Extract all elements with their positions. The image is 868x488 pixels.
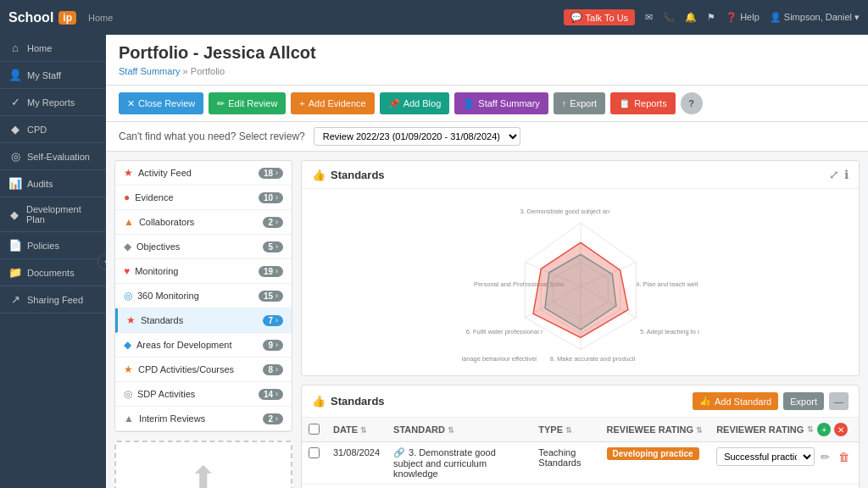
nav-item-left-collaborators: ▲ Collaborators [124, 216, 194, 228]
cell-type-1: Teaching Standards [531, 485, 599, 489]
edit-row-button-0[interactable]: ✏ [818, 450, 832, 464]
nav-badge-collaborators: 2 › [263, 217, 283, 228]
nav-item-areas-for-development[interactable]: ◆ Areas for Development 9 › [115, 333, 292, 358]
help-link[interactable]: ❓ Help [726, 12, 760, 23]
nav-item-objectives[interactable]: ◆ Objectives 5 › [115, 235, 292, 259]
nav-badge-sdp-activities: 14 › [259, 389, 283, 400]
select-all-checkbox[interactable] [309, 424, 320, 435]
export-button[interactable]: ↑ Export [554, 92, 605, 114]
reports-icon: 📋 [619, 98, 631, 109]
nav-label-360-monitoring: 360 Monitoring [137, 291, 199, 301]
info-chart-button[interactable]: ℹ [844, 168, 849, 181]
help-button[interactable]: ? [681, 92, 703, 114]
nav-count-evidence: 10 [264, 193, 273, 202]
nav-item-activity-feed[interactable]: ★ Activity Feed 18 › [115, 161, 292, 186]
row-checkbox-0[interactable] [309, 447, 320, 458]
sidebar-item-self-evaluation[interactable]: ◎Self-Evaluation [0, 143, 106, 170]
nav-item-sdp-activities[interactable]: ◎ SDP Activities 14 › [115, 382, 292, 407]
phone-icon[interactable]: 📞 [663, 12, 675, 23]
add-evidence-button[interactable]: + Add Evidence [291, 92, 374, 114]
nav-item-evidence[interactable]: ● Evidence 10 › [115, 186, 292, 210]
sidebar-item-cpd[interactable]: ◆CPD [0, 116, 106, 143]
chart-body: 3. Demonstrate good subject an Personal … [302, 189, 859, 375]
sidebar-item-my-staff[interactable]: 👤My Staff [0, 62, 106, 89]
nav-item-collaborators[interactable]: ▲ Collaborators 2 › [115, 210, 292, 235]
sidebar-item-documents[interactable]: 📁Documents [0, 259, 106, 286]
layout: ⌂Home👤My Staff✓My Reports◆CPD◎Self-Evalu… [0, 35, 868, 488]
main-content: Portfolio - Jessica Allcot Staff Summary… [106, 35, 868, 488]
sidebar: ⌂Home👤My Staff✓My Reports◆CPD◎Self-Evalu… [0, 35, 106, 488]
reviewer-rating-select-0[interactable]: Successful practice Developing practice … [716, 447, 815, 466]
envelope-icon[interactable]: ✉ [645, 12, 653, 23]
add-blog-button[interactable]: 📌 Add Blog [380, 92, 450, 114]
sidebar-item-sharing-feed[interactable]: ↗Sharing Feed [0, 286, 106, 313]
standards-table: DATE ⇅ STANDARD ⇅ TYPE ⇅ REVIEWEE RATING… [302, 418, 859, 488]
talk-to-us-button[interactable]: 💬 Talk To Us [564, 9, 636, 25]
sidebar-item-policies[interactable]: 📄Policies [0, 232, 106, 259]
sidebar-label-my-reports: My Reports [27, 97, 75, 108]
cell-checkbox-1 [302, 485, 326, 489]
nav-item-left-monitoring: ♥ Monitoring [124, 265, 178, 277]
delete-row-button-0[interactable]: 🗑 [836, 450, 852, 464]
sidebar-item-development-plan[interactable]: ◆Development Plan [0, 197, 106, 232]
add-reviewer-rating-button[interactable]: + [817, 423, 831, 436]
user-link[interactable]: 👤 Simpson, Daniel ▾ [770, 12, 860, 23]
flag-icon[interactable]: ⚑ [707, 12, 715, 23]
upload-area[interactable]: ⬆ Drop files here or click to upload. [114, 441, 292, 488]
add-standard-button[interactable]: 👍 Add Standard [693, 392, 778, 410]
nav-badge-360-monitoring: 15 › [259, 291, 283, 302]
nav-badge-interim-reviews: 2 › [263, 413, 283, 424]
nav-badge-monitoring: 19 › [259, 266, 283, 277]
expand-chart-button[interactable]: ⤢ [829, 168, 839, 181]
sidebar-label-home: Home [27, 43, 52, 53]
staff-summary-button[interactable]: 👤 Staff Summary [454, 92, 548, 114]
nav-arrow-interim-reviews: › [275, 414, 278, 423]
nav-icon-sdp-activities: ◎ [124, 388, 132, 400]
nav-arrow-evidence: › [275, 193, 278, 202]
nav-label-activity-feed: Activity Feed [138, 168, 192, 178]
nav-item-cpd-activities[interactable]: ★ CPD Activities/Courses 8 › [115, 358, 292, 382]
bell-icon[interactable]: 🔔 [685, 12, 697, 23]
sidebar-icon-self-evaluation: ◎ [8, 150, 22, 163]
nav-item-standards[interactable]: ★ Standards 7 › [115, 308, 292, 333]
nav-item-interim-reviews[interactable]: ▲ Interim Reviews 2 › [115, 407, 292, 431]
th-reviewee-rating: REVIEWEE RATING ⇅ [600, 418, 710, 442]
breadcrumb-staff-summary[interactable]: Staff Summary [119, 66, 181, 76]
reports-button[interactable]: 📋 Reports [610, 92, 676, 114]
top-nav: School ip Home 💬 Talk To Us ✉ 📞 🔔 ⚑ ❓ He… [0, 0, 868, 35]
nav-icon-areas-for-development: ◆ [124, 339, 131, 351]
nav-item-monitoring[interactable]: ♥ Monitoring 19 › [115, 259, 292, 284]
sidebar-item-home[interactable]: ⌂Home [0, 35, 106, 62]
table-panel-title: 👍 Standards [312, 395, 385, 408]
table-row: 31/08/2024 🔗3. Demonstrate good subject … [302, 442, 859, 485]
top-nav-brand: School ip Home [8, 10, 113, 25]
nav-count-sdp-activities: 14 [264, 390, 273, 399]
home-link[interactable]: Home [88, 13, 113, 23]
nav-item-left-sdp-activities: ◎ SDP Activities [124, 388, 195, 400]
nav-item-360-monitoring[interactable]: ◎ 360 Monitoring 15 › [115, 284, 292, 308]
nav-item-left-cpd-activities: ★ CPD Activities/Courses [124, 363, 234, 375]
nav-count-areas-for-development: 9 [268, 341, 273, 350]
nav-item-left-evidence: ● Evidence [124, 191, 174, 203]
nav-label-interim-reviews: Interim Reviews [139, 413, 205, 424]
svg-text:6. Fulfil wider professional r: 6. Fulfil wider professional r [465, 328, 542, 336]
edit-review-button[interactable]: ✏ Edit Review [209, 92, 286, 114]
more-options-button[interactable]: — [829, 392, 849, 410]
sidebar-icon-documents: 📁 [8, 266, 22, 279]
sidebar-item-audits[interactable]: 📊Audits [0, 170, 106, 197]
svg-text:3. Demonstrate good subject an: 3. Demonstrate good subject an [520, 208, 609, 215]
close-icon: ✕ [127, 98, 135, 109]
close-review-button[interactable]: ✕ Close Review [119, 92, 203, 114]
chart-panel: 👍 Standards ⤢ ℹ 3. Demonstrate good subj… [301, 160, 860, 376]
sort-standard-icon: ⇅ [448, 426, 454, 435]
review-selector-dropdown[interactable]: Review 2022/23 (01/09/2020 - 31/08/2024) [314, 127, 520, 146]
th-checkbox [302, 418, 326, 442]
chat-icon: 💬 [570, 12, 582, 23]
delete-reviewer-rating-button[interactable]: ✕ [834, 423, 848, 436]
breadcrumb-separator: » [183, 66, 188, 76]
svg-text:7. Manage behaviour effectivel: 7. Manage behaviour effectivel [462, 355, 537, 363]
sidebar-item-my-reports[interactable]: ✓My Reports [0, 89, 106, 116]
page-header: Portfolio - Jessica Allcot Staff Summary… [106, 35, 868, 86]
export-table-button[interactable]: Export [783, 392, 824, 410]
sidebar-items: ⌂Home👤My Staff✓My Reports◆CPD◎Self-Evalu… [0, 35, 106, 313]
